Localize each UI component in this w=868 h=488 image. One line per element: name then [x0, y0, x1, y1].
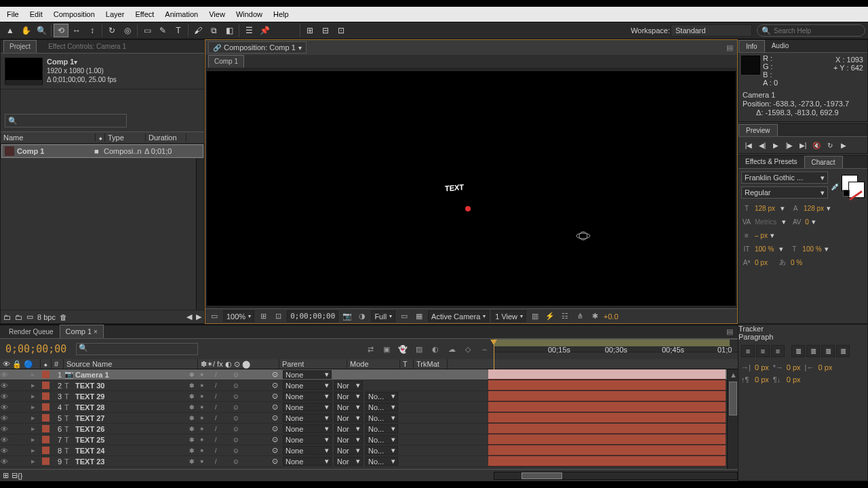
visibility-icon[interactable]: 👁	[0, 392, 8, 401]
visibility-icon[interactable]: 👁	[0, 382, 8, 390]
play-icon[interactable]: ▶	[770, 140, 782, 150]
zoom-dropdown[interactable]: 100%	[223, 310, 254, 322]
blend-mode-dropdown[interactable]: Nor▾	[334, 446, 363, 455]
layer-name[interactable]: TEXT 28	[73, 403, 189, 411]
workspace-dropdown[interactable]: Standard	[671, 24, 752, 37]
visibility-icon[interactable]: 👁	[0, 425, 8, 433]
project-item-row[interactable]: Comp 1 ■ Composi..n Δ 0;01;0	[1, 144, 203, 158]
type-tool-icon[interactable]: T	[171, 24, 186, 37]
info-tab[interactable]: Info	[738, 40, 765, 52]
font-family-dropdown[interactable]: Franklin Gothic ...▾	[741, 171, 828, 184]
justify-last-right-icon[interactable]: ≣	[821, 345, 835, 357]
last-frame-icon[interactable]: ▶|	[797, 140, 809, 150]
parent-pickwhip-icon[interactable]: ⊙	[272, 381, 283, 390]
twirl-icon[interactable]: ▸	[31, 446, 39, 455]
indent-left[interactable]: 0 px	[755, 363, 769, 371]
parent-dropdown[interactable]: None▾	[283, 413, 332, 422]
twirl-icon[interactable]: ▸	[31, 381, 39, 390]
label-color[interactable]	[42, 371, 50, 378]
track-matte-dropdown[interactable]: No...▾	[366, 403, 398, 411]
layer-switches[interactable]: ✽ ✶ / ⊙	[189, 404, 272, 411]
layer-switches[interactable]: ✽ ✶ / ⊙	[189, 447, 272, 454]
timeline-icon[interactable]: ☷	[559, 310, 571, 322]
selection-tool-icon[interactable]: ▲	[3, 24, 18, 37]
comp-flowchart-icon[interactable]: ⇄	[363, 343, 377, 355]
eraser-tool-icon[interactable]: ◧	[222, 24, 237, 37]
auto-keyframe-icon[interactable]: ◇	[461, 343, 475, 355]
layer-switches[interactable]: ✽ ✶ / ⊙	[189, 393, 272, 400]
align-center-icon[interactable]: ≡	[756, 345, 770, 357]
grid-icon[interactable]: ⊞	[257, 310, 269, 322]
track-matte-dropdown[interactable]: No...▾	[366, 392, 398, 401]
hide-shy-icon[interactable]: 👻	[396, 343, 410, 355]
layer-duration-bar[interactable]	[488, 413, 726, 423]
paragraph-tab[interactable]: Paragraph	[738, 333, 867, 341]
view-layout-dropdown[interactable]: 1 View	[492, 310, 526, 322]
parent-dropdown[interactable]: None▾	[283, 446, 332, 455]
layer-switches[interactable]: ✽ ✶ / ⊙	[189, 436, 272, 443]
project-search-field[interactable]: 🔍	[5, 114, 127, 127]
bpc-toggle[interactable]: 8 bpc	[37, 313, 56, 321]
roto-tool-icon[interactable]: ☰	[241, 24, 256, 37]
toggle-switches-icon[interactable]: ⊞	[0, 471, 12, 480]
menu-composition[interactable]: Composition	[48, 8, 100, 20]
timeline-comp-tab[interactable]: Comp 1 ×	[60, 325, 104, 338]
twirl-icon[interactable]: ▸	[31, 392, 39, 401]
track-xy-tool-icon[interactable]: ↔	[69, 24, 84, 37]
twirl-icon[interactable]: ▸	[31, 370, 39, 379]
pixel-aspect-icon[interactable]: ▥	[529, 310, 541, 322]
view-axis-icon[interactable]: ⊡	[334, 24, 349, 37]
new-comp-icon[interactable]: ▭	[26, 312, 33, 321]
layer-duration-bar[interactable]	[488, 391, 726, 401]
baseline-shift[interactable]: 0 px	[755, 259, 768, 266]
visibility-icon[interactable]: 👁	[0, 414, 8, 422]
align-left-icon[interactable]: ≡	[741, 345, 755, 357]
hand-tool-icon[interactable]: ✋	[18, 24, 33, 37]
frame-blend-icon[interactable]: ▨	[412, 343, 426, 355]
visibility-icon[interactable]: 👁	[0, 458, 8, 466]
layer-name[interactable]: TEXT 23	[73, 458, 189, 466]
justify-all-icon[interactable]: ≣	[836, 345, 850, 357]
search-help-field[interactable]: 🔍	[757, 24, 865, 37]
track-matte-dropdown[interactable]: No...▾	[366, 413, 398, 422]
parent-pickwhip-icon[interactable]: ⊙	[272, 370, 283, 379]
exposure-value[interactable]: +0.0	[604, 312, 618, 321]
rotate-tool-icon[interactable]: ↻	[104, 24, 119, 37]
space-before[interactable]: 0 px	[755, 375, 769, 384]
effects-presets-tab[interactable]: Effects & Presets	[738, 156, 804, 168]
menu-bar[interactable]: File Edit Composition Layer Effect Anima…	[0, 7, 868, 22]
menu-window[interactable]: Window	[231, 8, 268, 20]
fill-stroke-swatches[interactable]	[842, 175, 865, 198]
blend-mode-dropdown[interactable]: Nor▾	[334, 392, 363, 401]
visibility-icon[interactable]: 👁	[0, 371, 8, 379]
layer-switches[interactable]: ✽ ✶ / ⊙	[189, 382, 272, 389]
label-color[interactable]	[42, 436, 50, 443]
layer-name[interactable]: TEXT 24	[73, 447, 189, 455]
twirl-icon[interactable]: ▸	[31, 413, 39, 422]
twirl-icon[interactable]: ▸	[31, 403, 39, 411]
font-style-dropdown[interactable]: Regular▾	[741, 186, 828, 199]
layer-name[interactable]: Camera 1	[73, 371, 189, 379]
parent-dropdown[interactable]: None▾	[283, 457, 332, 466]
parent-dropdown[interactable]: None▾	[283, 424, 332, 433]
interpret-footage-icon[interactable]: 🗀	[3, 313, 11, 321]
layer-duration-bar[interactable]	[488, 424, 726, 434]
flowchart-icon[interactable]: ⋔	[574, 310, 586, 322]
reset-exposure-icon[interactable]: ✱	[589, 310, 601, 322]
visibility-icon[interactable]: 👁	[0, 436, 8, 444]
layer-duration-bar[interactable]	[488, 456, 726, 466]
layer-duration-bar[interactable]	[488, 380, 726, 390]
blend-mode-dropdown[interactable]: Nor▾	[334, 403, 363, 411]
time-navigator[interactable]	[494, 472, 738, 480]
snapshot-icon[interactable]: 📷	[341, 310, 353, 322]
label-color[interactable]	[42, 392, 50, 400]
audio-tab[interactable]: Audio	[765, 40, 796, 52]
blend-mode-dropdown[interactable]: Nor▾	[334, 424, 363, 433]
visibility-icon[interactable]: 👁	[0, 447, 8, 455]
layer-name[interactable]: TEXT 27	[73, 414, 189, 422]
trash-icon[interactable]: 🗑	[60, 313, 67, 321]
panel-menu-icon[interactable]: ▤	[724, 325, 735, 338]
transparency-grid-icon[interactable]: ▦	[413, 310, 425, 322]
loop-icon[interactable]: ↻	[824, 140, 836, 150]
parent-dropdown[interactable]: None▾	[283, 370, 332, 379]
